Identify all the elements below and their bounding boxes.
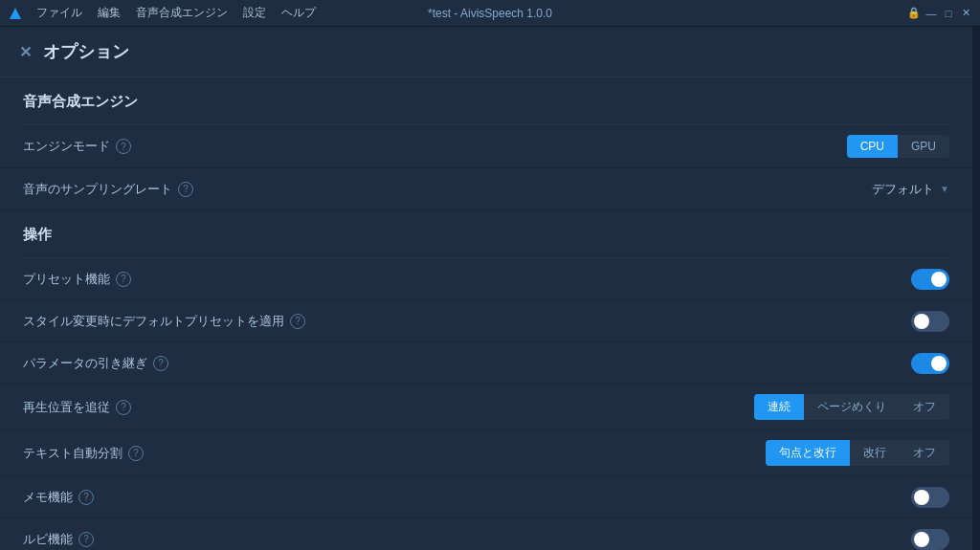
menu-help[interactable]: ヘルプ — [276, 3, 322, 23]
row-engine-mode: エンジンモード ? CPU GPU — [0, 125, 972, 168]
menu-edit[interactable]: 編集 — [92, 3, 126, 23]
btngroup-engine-mode-gpu[interactable]: GPU — [898, 135, 949, 158]
label-ruby-func: ルビ機能 ? — [23, 531, 94, 548]
options-title: オプション — [43, 40, 129, 63]
btngroup-auto-split-1[interactable]: 改行 — [850, 440, 900, 466]
scrollbar-track — [972, 27, 980, 550]
section-voice-engine: 音声合成エンジン — [0, 77, 972, 124]
menu-settings[interactable]: 設定 — [237, 3, 272, 23]
row-playback-follow: 再生位置を追従 ? 連続 ページめくり オフ — [0, 385, 972, 430]
close-options-button[interactable]: ✕ — [19, 43, 32, 61]
btngroup-auto-split-0[interactable]: 句点と改行 — [766, 440, 850, 466]
help-preset-func-icon[interactable]: ? — [116, 272, 131, 287]
section-operations: 操作 — [0, 210, 972, 257]
dropdown-sampling-rate-value: デフォルト — [872, 181, 934, 198]
help-ruby-func-icon[interactable]: ? — [78, 532, 94, 547]
btngroup-playback-follow-1[interactable]: ページめくり — [804, 394, 900, 420]
label-sampling-rate: 音声のサンプリングレート ? — [23, 181, 193, 198]
label-preset-func-text: プリセット機能 — [23, 271, 110, 288]
minimize-button[interactable]: — — [924, 7, 938, 20]
lock-icon[interactable]: 🔒 — [907, 7, 921, 20]
label-sampling-rate-text: 音声のサンプリングレート — [23, 181, 172, 198]
row-ruby-func: ルビ機能 ? — [0, 518, 972, 550]
btngroup-playback-follow-2[interactable]: オフ — [900, 394, 949, 420]
main-window: ✕ オプション 音声合成エンジン エンジンモード ? CPU GPU 音声のサン… — [0, 27, 980, 550]
toggle-apply-default-preset-slider — [911, 311, 949, 332]
row-param-carry: パラメータの引き継ぎ ? — [0, 342, 972, 385]
toggle-ruby-func[interactable] — [911, 529, 949, 550]
menu-file[interactable]: ファイル — [31, 3, 88, 23]
title-bar: ファイル 編集 音声合成エンジン 設定 ヘルプ *test - AivisSpe… — [0, 0, 980, 27]
row-auto-split: テキスト自動分割 ? 句点と改行 改行 オフ — [0, 430, 972, 476]
toggle-memo-func[interactable] — [911, 487, 949, 508]
options-header: ✕ オプション — [0, 27, 972, 77]
maximize-button[interactable]: □ — [942, 7, 955, 20]
toggle-param-carry-slider — [911, 353, 949, 374]
toggle-ruby-func-slider — [911, 529, 949, 550]
label-apply-default-preset: スタイル変更時にデフォルトプリセットを適用 ? — [23, 313, 305, 330]
toggle-preset-func-slider — [911, 269, 949, 290]
chevron-down-icon: ▼ — [940, 184, 949, 194]
menu-engine[interactable]: 音声合成エンジン — [130, 3, 234, 23]
label-engine-mode: エンジンモード ? — [23, 138, 131, 155]
label-auto-split-text: テキスト自動分割 — [23, 445, 122, 462]
btngroup-engine-mode: CPU GPU — [847, 135, 949, 158]
btngroup-auto-split-2[interactable]: オフ — [900, 440, 949, 466]
row-preset-func: プリセット機能 ? — [0, 258, 972, 300]
window-title: *test - AivisSpeech 1.0.0 — [428, 7, 552, 20]
label-auto-split: テキスト自動分割 ? — [23, 445, 144, 462]
btngroup-engine-mode-cpu[interactable]: CPU — [847, 135, 898, 158]
help-param-carry-icon[interactable]: ? — [153, 356, 168, 371]
row-apply-default-preset: スタイル変更時にデフォルトプリセットを適用 ? — [0, 300, 972, 342]
label-playback-follow: 再生位置を追従 ? — [23, 399, 131, 416]
label-apply-default-preset-text: スタイル変更時にデフォルトプリセットを適用 — [23, 313, 284, 330]
label-ruby-func-text: ルビ機能 — [23, 531, 73, 548]
window-controls: 🔒 — □ ✕ — [907, 7, 972, 20]
label-param-carry: パラメータの引き継ぎ ? — [23, 355, 168, 372]
btngroup-auto-split: 句点と改行 改行 オフ — [766, 440, 949, 466]
help-memo-func-icon[interactable]: ? — [78, 490, 94, 505]
label-param-carry-text: パラメータの引き継ぎ — [23, 355, 147, 372]
dropdown-sampling-rate[interactable]: デフォルト ▼ — [872, 181, 949, 198]
svg-marker-0 — [10, 8, 21, 19]
section-voice-engine-title: 音声合成エンジン — [23, 93, 949, 111]
help-auto-split-icon[interactable]: ? — [128, 446, 144, 461]
help-playback-follow-icon[interactable]: ? — [116, 400, 131, 415]
help-sampling-rate-icon[interactable]: ? — [178, 182, 193, 197]
label-engine-mode-text: エンジンモード — [23, 138, 110, 155]
row-sampling-rate: 音声のサンプリングレート ? デフォルト ▼ — [0, 168, 972, 210]
options-panel: ✕ オプション 音声合成エンジン エンジンモード ? CPU GPU 音声のサン… — [0, 27, 972, 550]
toggle-preset-func[interactable] — [911, 269, 949, 290]
title-bar-left: ファイル 編集 音声合成エンジン 設定 ヘルプ — [8, 3, 322, 23]
label-memo-func: メモ機能 ? — [23, 489, 94, 506]
section-operations-title: 操作 — [23, 226, 949, 244]
help-engine-mode-icon[interactable]: ? — [116, 139, 131, 154]
toggle-apply-default-preset[interactable] — [911, 311, 949, 332]
menu-bar: ファイル 編集 音声合成エンジン 設定 ヘルプ — [31, 3, 322, 23]
help-apply-default-preset-icon[interactable]: ? — [290, 314, 305, 329]
label-memo-func-text: メモ機能 — [23, 489, 73, 506]
btngroup-playback-follow-0[interactable]: 連続 — [754, 394, 804, 420]
app-icon — [8, 6, 23, 21]
close-window-button[interactable]: ✕ — [959, 7, 972, 20]
toggle-param-carry[interactable] — [911, 353, 949, 374]
label-playback-follow-text: 再生位置を追従 — [23, 399, 110, 416]
row-memo-func: メモ機能 ? — [0, 476, 972, 518]
btngroup-playback-follow: 連続 ページめくり オフ — [754, 394, 949, 420]
label-preset-func: プリセット機能 ? — [23, 271, 131, 288]
toggle-memo-func-slider — [911, 487, 949, 508]
